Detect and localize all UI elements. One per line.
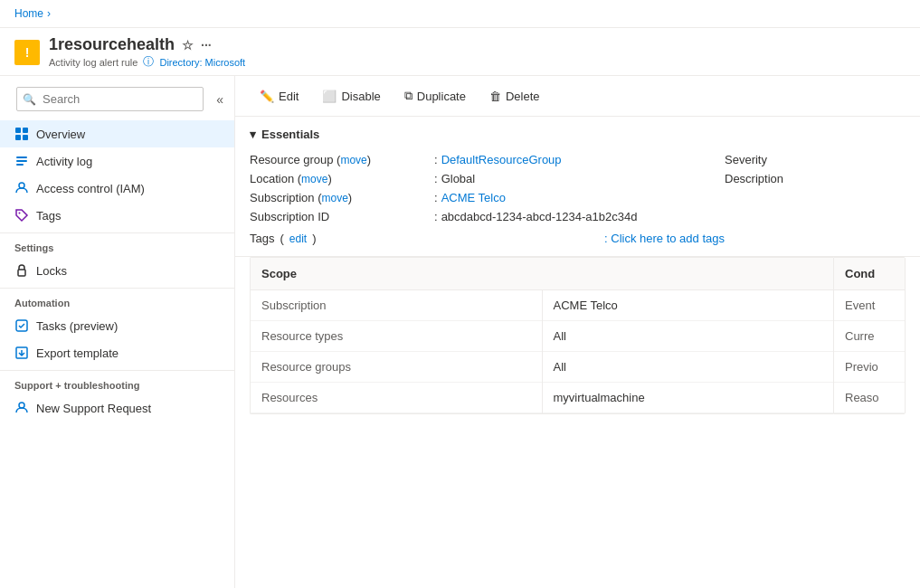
main-layout: 🔍 « Overview Activity log (0, 76, 920, 588)
svg-rect-4 (16, 156, 27, 158)
sidebar-item-support[interactable]: New Support Request (0, 394, 234, 422)
subscription-move-link[interactable]: move (322, 192, 348, 204)
disable-label: Disable (341, 90, 380, 103)
subscription-id-value: abcdabcd-1234-abcd-1234-a1b2c34d (441, 210, 638, 223)
header-subtitle: Activity log alert rule ⓘ Directory: Mic… (49, 54, 245, 70)
settings-section-header: Settings (0, 232, 234, 257)
sidebar-item-overview[interactable]: Overview (0, 120, 234, 147)
scope-subscription-value: ACME Telco (543, 290, 834, 321)
condition-reason-label: Reaso (834, 383, 905, 413)
location-value: Global (441, 172, 476, 185)
support-icon (14, 401, 29, 415)
favorite-icon[interactable]: ☆ (182, 38, 194, 52)
breadcrumb-home[interactable]: Home (14, 7, 43, 20)
search-icon: 🔍 (23, 93, 36, 106)
tags-edit-link[interactable]: edit (289, 232, 307, 245)
app-container: Home › ! 1resourcehealth ☆ ··· Activity … (0, 0, 920, 588)
tags-row: Tags (edit) : Click here to add tags (250, 226, 725, 245)
locks-icon (14, 263, 29, 278)
svg-rect-5 (16, 160, 27, 162)
subscription-id-label: Subscription ID (250, 210, 431, 223)
svg-rect-9 (18, 270, 25, 276)
disable-button[interactable]: ⬜ Disable (312, 84, 390, 109)
delete-label: Delete (506, 90, 540, 103)
description-label: Description (725, 172, 906, 185)
essentials-title: Essentials (261, 128, 319, 141)
subscription-link[interactable]: ACME Telco (441, 191, 506, 204)
condition-current-label: Curre (834, 321, 905, 352)
essentials-content: Resource group (move) : DefaultResourceG… (250, 150, 906, 245)
sidebar-label-activity-log: Activity log (36, 155, 92, 168)
page-header: ! 1resourcehealth ☆ ··· Activity log ale… (0, 28, 920, 76)
severity-label: Severity (725, 153, 906, 166)
resource-group-link[interactable]: DefaultResourceGroup (441, 153, 562, 166)
duplicate-label: Duplicate (417, 90, 466, 103)
essentials-header[interactable]: ▾ Essentials (250, 128, 906, 141)
delete-button[interactable]: 🗑 Delete (479, 84, 550, 109)
subscription-id-row: Subscription ID : abcdabcd-1234-abcd-123… (250, 207, 725, 226)
tags-icon (14, 208, 29, 223)
more-options-icon[interactable]: ··· (201, 38, 212, 52)
sidebar-item-activity-log[interactable]: Activity log (0, 147, 234, 175)
support-section-header: Support + troubleshooting (0, 370, 234, 394)
resource-group-move-link[interactable]: move (340, 154, 366, 166)
severity-row: Severity (725, 150, 906, 169)
scope-labels-col: Subscription Resource types Resource gro… (251, 290, 543, 413)
export-icon (14, 346, 29, 360)
toolbar: ✏️ Edit ⬜ Disable ⧉ Duplicate 🗑 Delete (235, 76, 920, 117)
sidebar-label-overview: Overview (36, 128, 85, 141)
scope-column: Scope Subscription Resource types Resour… (250, 257, 833, 414)
title-text: 1resourcehealth (49, 35, 175, 54)
collapse-arrow-icon[interactable]: « (213, 90, 227, 109)
delete-icon: 🗑 (489, 90, 501, 103)
activity-log-icon (14, 154, 29, 168)
essentials-chevron-icon: ▾ (250, 128, 256, 141)
edit-label: Edit (279, 90, 299, 103)
directory-text: Directory: Microsoft (159, 57, 245, 68)
subscription-row: Subscription (move) : ACME Telco (250, 188, 725, 207)
access-control-icon (14, 181, 29, 195)
sidebar-label-tags: Tags (36, 209, 61, 223)
svg-rect-1 (23, 128, 28, 133)
scope-resource-types-value: All (543, 321, 834, 352)
header-title-block: 1resourcehealth ☆ ··· Activity log alert… (49, 35, 245, 70)
svg-point-7 (19, 183, 24, 188)
tags-add-link[interactable]: : Click here to add tags (604, 232, 725, 245)
essentials-section: ▾ Essentials Resource group (move) : (235, 117, 920, 257)
scope-table-wrapper: Scope Subscription Resource types Resour… (250, 257, 906, 414)
search-row: 🔍 « (7, 80, 227, 119)
scope-section: Scope Subscription Resource types Resour… (235, 257, 920, 425)
breadcrumb-separator: › (47, 7, 51, 20)
edit-icon: ✏️ (260, 90, 274, 103)
sidebar-item-export[interactable]: Export template (0, 339, 234, 366)
location-label: Location (move) (250, 172, 431, 185)
location-move-link[interactable]: move (301, 173, 327, 185)
sidebar-item-access-control[interactable]: Access control (IAM) (0, 175, 234, 202)
resource-group-value: DefaultResourceGroup (441, 153, 562, 166)
scope-header: Scope (251, 258, 833, 290)
duplicate-button[interactable]: ⧉ Duplicate (394, 83, 476, 109)
tags-label: Tags (250, 232, 274, 245)
sidebar-item-tags[interactable]: Tags (0, 202, 234, 229)
svg-rect-3 (23, 135, 28, 140)
sidebar-label-export: Export template (36, 346, 119, 360)
sidebar-item-tasks[interactable]: Tasks (preview) (0, 312, 234, 339)
overview-icon (14, 127, 29, 141)
svg-point-8 (19, 213, 21, 214)
svg-rect-0 (15, 128, 21, 133)
sidebar-label-access-control: Access control (IAM) (36, 182, 145, 195)
subscription-label: Subscription (move) (250, 191, 431, 204)
sidebar-label-support: New Support Request (36, 402, 151, 415)
scope-subscription-label: Subscription (251, 290, 542, 321)
disable-icon: ⬜ (322, 90, 337, 103)
info-icon: ⓘ (143, 54, 154, 70)
essentials-right: Severity Description (725, 150, 906, 245)
condition-column: Cond Event Curre Previo Reaso (833, 257, 906, 414)
sidebar-item-locks[interactable]: Locks (0, 257, 234, 284)
edit-button[interactable]: ✏️ Edit (250, 84, 308, 109)
subscription-value: ACME Telco (441, 191, 506, 204)
scope-resources-value: myvirtualmachine (543, 383, 834, 413)
scope-resource-groups-value: All (543, 352, 834, 383)
search-input[interactable] (16, 87, 204, 111)
condition-previous-label: Previo (834, 352, 905, 383)
